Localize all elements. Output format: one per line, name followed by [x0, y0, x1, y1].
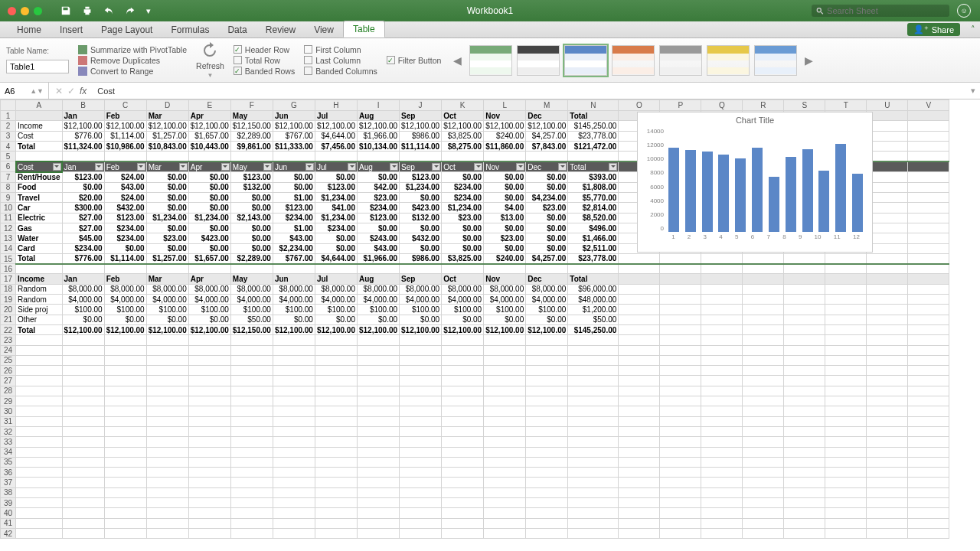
cell[interactable]: [62, 396, 104, 406]
cell[interactable]: [784, 416, 825, 426]
cell[interactable]: [784, 324, 825, 334]
tab-insert[interactable]: Insert: [51, 22, 92, 37]
cell[interactable]: [230, 345, 273, 355]
cell[interactable]: [273, 518, 315, 528]
cell[interactable]: [784, 295, 825, 305]
cell[interactable]: [526, 447, 568, 457]
cell[interactable]: [484, 396, 526, 406]
cell[interactable]: [273, 416, 315, 426]
cell[interactable]: [16, 355, 63, 365]
column-header[interactable]: D: [146, 100, 188, 111]
cell[interactable]: [701, 416, 743, 426]
cell[interactable]: [62, 426, 104, 436]
cell[interactable]: $2,289.00: [230, 131, 273, 141]
cell[interactable]: [619, 437, 660, 447]
cell[interactable]: $12,100.00: [358, 121, 400, 131]
cell[interactable]: [908, 355, 949, 365]
cell[interactable]: Total: [568, 111, 619, 121]
cell[interactable]: [400, 264, 442, 274]
cell[interactable]: [484, 497, 526, 507]
cell[interactable]: [701, 508, 743, 518]
cell[interactable]: [358, 355, 400, 365]
cell[interactable]: [442, 447, 484, 457]
cell[interactable]: [315, 416, 357, 426]
cell[interactable]: [825, 324, 867, 334]
cell[interactable]: $50.00: [230, 315, 273, 324]
cell[interactable]: [146, 366, 188, 376]
cell[interactable]: [784, 315, 825, 324]
cell[interactable]: [867, 253, 908, 263]
cell[interactable]: $0.00: [188, 172, 230, 182]
cell[interactable]: $12,100.00: [484, 324, 526, 334]
cell[interactable]: $23.00: [484, 233, 526, 243]
cell[interactable]: [16, 335, 63, 345]
cell[interactable]: [230, 528, 273, 538]
cell[interactable]: Cost: [16, 131, 63, 141]
column-header[interactable]: L: [484, 100, 526, 111]
cell[interactable]: $11,333.00: [273, 141, 315, 151]
cell[interactable]: $0.00: [104, 243, 146, 253]
cell[interactable]: [784, 396, 825, 406]
cell[interactable]: [188, 345, 230, 355]
filter-header-cell[interactable]: [908, 161, 949, 172]
cell[interactable]: [358, 528, 400, 538]
cell[interactable]: [825, 416, 867, 426]
cell[interactable]: [825, 305, 867, 315]
cell[interactable]: [273, 152, 315, 161]
cell[interactable]: [442, 426, 484, 436]
cell[interactable]: $100.00: [526, 305, 568, 315]
cell[interactable]: [273, 487, 315, 497]
cell[interactable]: [619, 426, 660, 436]
row-header[interactable]: 2: [1, 121, 16, 131]
expand-formula-icon[interactable]: ▾: [971, 86, 980, 96]
cell[interactable]: [784, 468, 825, 478]
cell[interactable]: Sep: [400, 111, 442, 121]
row-header[interactable]: 36: [1, 468, 16, 478]
cell[interactable]: Aug: [358, 274, 400, 284]
cell[interactable]: Feb: [104, 274, 146, 284]
cell[interactable]: [188, 468, 230, 478]
cell[interactable]: [908, 345, 949, 355]
cell[interactable]: [146, 396, 188, 406]
cell[interactable]: [867, 487, 908, 497]
cell[interactable]: $10,843.00: [146, 141, 188, 151]
cell[interactable]: [825, 376, 867, 386]
cell[interactable]: $1,234.00: [442, 203, 484, 213]
cell[interactable]: Water: [16, 233, 63, 243]
cell[interactable]: [230, 497, 273, 507]
cell[interactable]: [230, 468, 273, 478]
cell[interactable]: [825, 264, 867, 274]
cell[interactable]: [867, 406, 908, 416]
cell[interactable]: [104, 497, 146, 507]
cell[interactable]: [908, 182, 949, 192]
cell[interactable]: [908, 518, 949, 528]
cell[interactable]: $0.00: [146, 223, 188, 233]
undo-icon[interactable]: [103, 5, 114, 16]
row-header[interactable]: 10: [1, 203, 16, 213]
cell[interactable]: [568, 345, 619, 355]
cell[interactable]: [825, 396, 867, 406]
cell[interactable]: [660, 335, 701, 345]
cell[interactable]: May: [230, 111, 273, 121]
cell[interactable]: [867, 437, 908, 447]
cell[interactable]: [867, 497, 908, 507]
cell[interactable]: [230, 396, 273, 406]
cell[interactable]: [568, 447, 619, 457]
cell[interactable]: $4,000.00: [358, 295, 400, 305]
cell[interactable]: [908, 172, 949, 182]
redo-icon[interactable]: [125, 5, 136, 16]
cell[interactable]: Aug: [358, 111, 400, 121]
cell[interactable]: [315, 478, 357, 487]
cell[interactable]: [400, 366, 442, 376]
cell[interactable]: $2,511.00: [568, 243, 619, 253]
cell[interactable]: $100.00: [484, 305, 526, 315]
row-header[interactable]: 31: [1, 416, 16, 426]
cell[interactable]: $4,234.00: [526, 193, 568, 203]
cell[interactable]: $23.00: [358, 193, 400, 203]
cell[interactable]: [784, 497, 825, 507]
cell[interactable]: [908, 457, 949, 467]
cell[interactable]: [825, 253, 867, 263]
cell[interactable]: [230, 355, 273, 365]
cell[interactable]: $776.00: [62, 131, 104, 141]
cell[interactable]: [784, 406, 825, 416]
